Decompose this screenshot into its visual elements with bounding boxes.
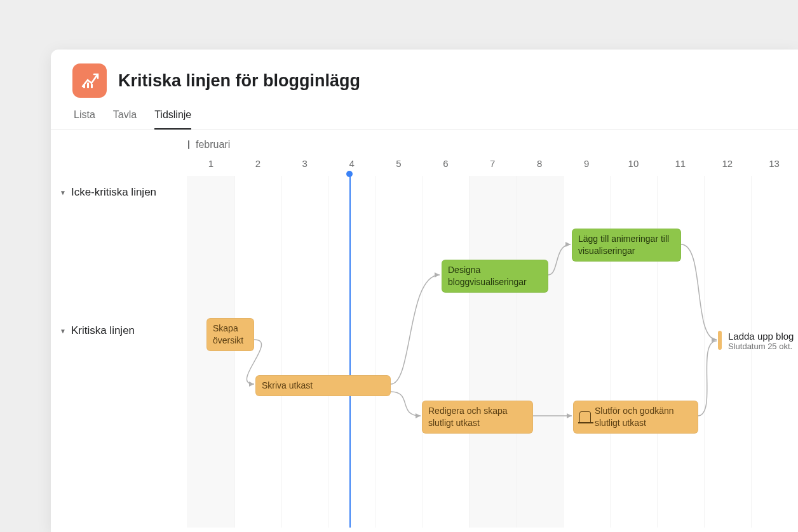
- stamp-icon: [579, 411, 591, 423]
- task-finalize-approve[interactable]: Slutför och godkänn slutligt utkast: [573, 401, 698, 434]
- month-label: februari: [188, 139, 230, 150]
- app-window: Kritiska linjen för blogginlägg Lista Ta…: [51, 50, 798, 532]
- day-10: 10: [610, 158, 657, 175]
- tabs: Lista Tavla Tidslinje: [72, 109, 776, 130]
- day-5: 5: [375, 158, 423, 175]
- svg-rect-2: [91, 84, 93, 88]
- svg-rect-1: [87, 83, 89, 88]
- tab-board[interactable]: Tavla: [113, 109, 137, 130]
- milestone-title: Ladda upp blog: [728, 331, 794, 342]
- day-9: 9: [563, 158, 610, 175]
- task-label: Skriva utkast: [262, 380, 313, 392]
- timeline-area: februari 1 2 3 4 5 6 7 8 9 10 11 12 13: [51, 130, 798, 528]
- day-8: 8: [516, 158, 563, 175]
- task-label: Redigera och skapa slutligt utkast: [428, 405, 527, 429]
- day-1: 1: [187, 158, 234, 175]
- day-12: 12: [704, 158, 751, 175]
- day-13: 13: [751, 158, 798, 175]
- caret-down-icon: ▼: [60, 328, 66, 335]
- milestone-text: Ladda upp blog Slutdatum 25 okt.: [728, 331, 794, 351]
- today-line: [349, 173, 351, 528]
- section-label: Icke-kritiska linjen: [71, 186, 156, 199]
- svg-rect-0: [83, 84, 85, 88]
- days-row: 1 2 3 4 5 6 7 8 9 10 11 12 13: [51, 158, 798, 175]
- day-3: 3: [281, 158, 328, 175]
- project-icon: [72, 63, 107, 98]
- milestone-due: Slutdatum 25 okt.: [728, 342, 794, 351]
- project-title: Kritiska linjen för blogginlägg: [118, 71, 360, 91]
- section-non-critical[interactable]: ▼ Icke-kritiska linjen: [60, 186, 156, 199]
- task-edit-final[interactable]: Redigera och skapa slutligt utkast: [422, 401, 533, 434]
- task-create-outline[interactable]: Skapa översikt: [206, 318, 254, 351]
- header: Kritiska linjen för blogginlägg Lista Ta…: [51, 50, 798, 130]
- today-dot: [346, 171, 353, 177]
- section-label: Kritiska linjen: [71, 324, 135, 337]
- chart-arrow-icon: [80, 71, 99, 90]
- day-11: 11: [657, 158, 704, 175]
- task-design-visuals[interactable]: Designa bloggvisualiseringar: [442, 260, 548, 293]
- task-label: Designa bloggvisualiseringar: [448, 264, 542, 288]
- milestone-marker: [718, 331, 722, 350]
- day-7: 7: [469, 158, 516, 175]
- milestone-upload-blog[interactable]: Ladda upp blog Slutdatum 25 okt.: [718, 331, 794, 351]
- timeline-grid: [187, 176, 798, 528]
- task-add-animations[interactable]: Lägg till animeringar till visualisering…: [572, 229, 681, 262]
- task-label: Skapa översikt: [213, 323, 248, 347]
- title-row: Kritiska linjen för blogginlägg: [72, 63, 776, 98]
- day-2: 2: [234, 158, 281, 175]
- caret-down-icon: ▼: [60, 189, 66, 196]
- month-tick: [188, 140, 189, 149]
- task-label: Lägg till animeringar till visualisering…: [578, 233, 675, 257]
- tab-timeline[interactable]: Tidslinje: [154, 109, 191, 130]
- task-write-draft[interactable]: Skriva utkast: [255, 375, 391, 396]
- section-critical[interactable]: ▼ Kritiska linjen: [60, 324, 135, 337]
- tab-list[interactable]: Lista: [74, 109, 95, 130]
- sidebar-spacer: [51, 158, 187, 175]
- task-label: Slutför och godkänn slutligt utkast: [595, 405, 692, 429]
- day-6: 6: [422, 158, 469, 175]
- month-text: februari: [196, 139, 230, 150]
